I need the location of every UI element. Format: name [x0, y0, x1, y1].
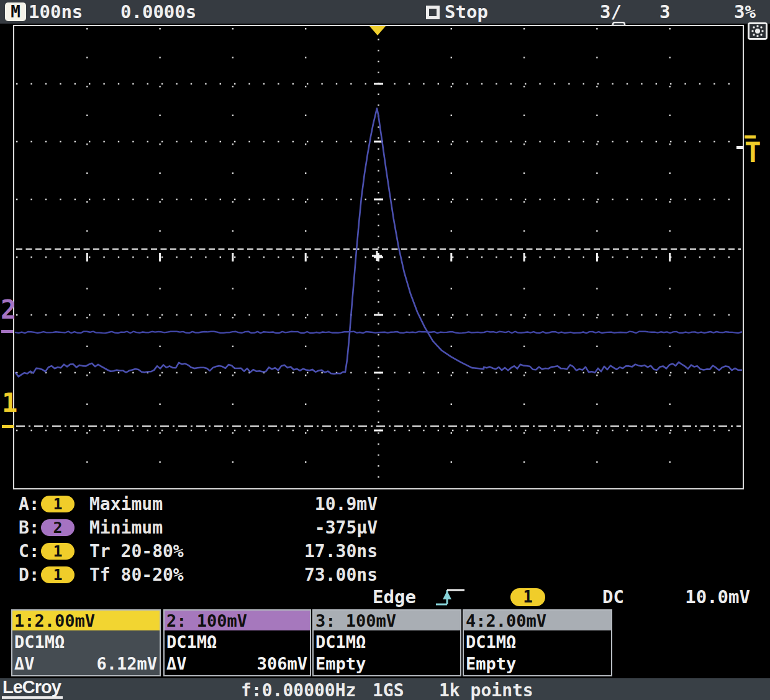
measurement-slot: A: — [19, 494, 41, 514]
channel1-zero-marker: 1 — [2, 390, 17, 416]
channel4-scale: 4:2.00mV — [464, 611, 611, 630]
percent-value: 3% — [734, 2, 756, 22]
measurement-readouts: A: 1 Maximum 10.9mV B: 2 Minimum -375µV … — [19, 492, 378, 586]
channel3-scale: 3: 100mV — [314, 611, 460, 630]
measurement-label: Tr 20-80% — [89, 541, 272, 561]
channel2-info: ΔV 306mV — [166, 653, 307, 675]
channel4-info-label: Empty — [466, 653, 516, 675]
channel2-info-value: 306mV — [257, 653, 307, 675]
measurement-slot: D: — [19, 565, 41, 585]
measurement-slot: B: — [19, 517, 41, 538]
segment-current: 3/ — [600, 2, 622, 22]
channel4-info: Empty — [466, 653, 609, 675]
trigger-position-marker-icon — [369, 26, 386, 35]
record-length: 1k points — [439, 680, 533, 700]
measurement-value: 17.30ns — [272, 541, 378, 561]
trigger-level-marker: T — [745, 139, 761, 166]
stop-square-icon — [426, 6, 440, 19]
channel2-box: 2: 100mV DC1MΩ ΔV 306mV — [163, 609, 311, 676]
source-badge: 1 — [41, 543, 75, 560]
bottom-status-bar: LeCroy f:0.00000Hz 1GS 1k points — [0, 678, 770, 700]
segment-total: 3 — [659, 2, 670, 22]
channel1-info-value: 6.12mV — [96, 653, 157, 675]
timebase-badge: M — [5, 2, 26, 21]
channel2-zero-marker: 2 — [1, 297, 16, 323]
trigger-delay-value: 0.0000s — [120, 2, 196, 22]
oscilloscope-screen: M 100ns 0.0000s Stop 3/ 3 3% — [0, 0, 770, 700]
trigger-coupling-label: DC — [602, 586, 624, 607]
waveform-graticule — [13, 25, 744, 489]
measurement-value: 10.9mV — [272, 494, 378, 514]
channel4-coupling: DC1MΩ — [466, 631, 609, 653]
channel3-box: 3: 100mV DC1MΩ Empty — [312, 609, 461, 676]
top-status-bar: M 100ns 0.0000s Stop 3/ 3 3% — [0, 0, 770, 24]
measurement-row-b: B: 2 Minimum -375µV — [19, 516, 378, 539]
channel3-coupling: DC1MΩ — [315, 631, 458, 653]
measurement-value: 73.00ns — [272, 565, 378, 585]
trigger-level-value: 10.0mV — [657, 586, 750, 607]
measurement-label: Maximum — [89, 494, 272, 514]
channel1-zero-dash — [2, 425, 14, 428]
channel2-info-label: ΔV — [166, 653, 187, 675]
measurement-row-a: A: 1 Maximum 10.9mV — [19, 492, 378, 516]
channel3-info-label: Empty — [315, 653, 366, 675]
rising-edge-icon — [433, 585, 467, 612]
channel1-box: 1:2.00mV DC1MΩ ΔV 6.12mV — [11, 609, 161, 676]
waveform-plot — [14, 26, 743, 488]
channel2-coupling: DC1MΩ — [166, 631, 307, 653]
source-badge: 1 — [41, 496, 75, 512]
channel1-info-label: ΔV — [14, 653, 35, 675]
measurement-slot: C: — [19, 541, 41, 561]
measurement-label: Tf 80-20% — [89, 565, 272, 585]
channel1-scale: 1:2.00mV — [12, 611, 160, 630]
timebase-value: 100ns — [29, 2, 83, 22]
channel2-zero-dash — [1, 330, 13, 333]
channel2-scale: 2: 100mV — [165, 611, 310, 630]
measurement-value: -375µV — [272, 517, 378, 538]
trigger-level-tick — [736, 146, 743, 149]
channel1-info: ΔV 6.12mV — [14, 653, 157, 675]
frequency-readout: f:0.00000Hz — [241, 680, 356, 700]
acquisition-status: Stop — [445, 2, 488, 22]
channel4-box: 4:2.00mV DC1MΩ Empty — [463, 609, 612, 676]
trigger-source-badge: 1 — [510, 588, 545, 606]
channel3-info: Empty — [315, 653, 458, 675]
measurement-row-d: D: 1 Tf 80-20% 73.00ns — [19, 563, 378, 586]
source-badge: 1 — [41, 566, 75, 583]
sample-rate: 1GS — [373, 680, 404, 700]
lecroy-logo: LeCroy — [2, 678, 63, 699]
channel1-coupling: DC1MΩ — [14, 631, 157, 653]
trigger-type-label: Edge — [373, 586, 416, 607]
source-badge: 2 — [41, 519, 75, 536]
measurement-label: Minimum — [89, 517, 272, 538]
measurement-row-c: C: 1 Tr 20-80% 17.30ns — [19, 539, 378, 563]
